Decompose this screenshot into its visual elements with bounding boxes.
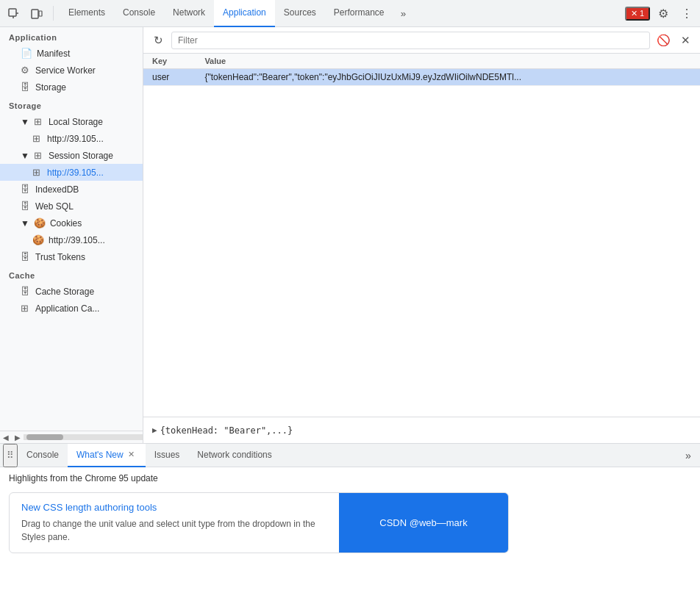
json-preview-text: {tokenHead: "Bearer",...} bbox=[160, 425, 293, 436]
sidebar-item-trust-tokens-label: Trust Tokens bbox=[35, 252, 85, 262]
bottom-tab-issues[interactable]: Issues bbox=[146, 444, 189, 467]
sidebar-item-local-storage[interactable]: ▼ ⊞ Local Storage bbox=[0, 113, 143, 130]
tab-console[interactable]: Console bbox=[114, 0, 164, 27]
device-toolbar-btn[interactable] bbox=[26, 3, 47, 24]
hscroll-arrows: ◀ ▶ bbox=[0, 431, 24, 443]
highlights-text: Highlights from the Chrome 95 update bbox=[9, 473, 691, 483]
bottom-panel-overflow-btn[interactable]: » bbox=[679, 447, 697, 464]
tab-network[interactable]: Network bbox=[164, 0, 214, 27]
tab-application[interactable]: Application bbox=[214, 0, 275, 27]
data-table-container: Key Value user{"tokenHead":"Bearer","tok… bbox=[143, 54, 700, 417]
news-card: New CSS length authoring tools Drag to c… bbox=[9, 492, 509, 553]
bottom-tab-whats-new[interactable]: What's New ✕ bbox=[68, 444, 146, 467]
sidebar-item-indexeddb[interactable]: 🗄 IndexedDB bbox=[0, 181, 143, 198]
data-table: Key Value user{"tokenHead":"Bearer","tok… bbox=[143, 54, 700, 86]
inspect-element-btn[interactable] bbox=[3, 3, 24, 24]
sidebar: Application 📄 Manifest ⚙ Service Worker … bbox=[0, 27, 143, 443]
sidebar-item-manifest-label: Manifest bbox=[37, 48, 70, 59]
devtools-window: Elements Console Network Application Sou… bbox=[0, 0, 700, 590]
sidebar-item-session-storage[interactable]: ▼ ⊞ Session Storage bbox=[0, 147, 143, 164]
sidebar-item-application-cache-label: Application Ca... bbox=[35, 303, 99, 314]
sidebar-item-cookies-child[interactable]: 🍪 http://39.105... bbox=[0, 231, 143, 248]
col-value-header: Value bbox=[196, 54, 700, 69]
table-header-row: Key Value bbox=[143, 54, 700, 69]
tab-bar-left-controls bbox=[3, 3, 57, 24]
session-storage-expand-icon: ▼ bbox=[21, 151, 29, 161]
bottom-tab-issues-label: Issues bbox=[154, 450, 180, 460]
hscroll-left-btn[interactable]: ◀ bbox=[0, 431, 12, 443]
svg-rect-4 bbox=[39, 11, 42, 16]
sidebar-item-cache-storage[interactable]: 🗄 Cache Storage bbox=[0, 283, 143, 300]
tab-performance[interactable]: Performance bbox=[325, 0, 393, 27]
json-toggle[interactable]: ▶ bbox=[152, 425, 157, 435]
tab-separator bbox=[53, 6, 54, 21]
json-preview: ▶ {tokenHead: "Bearer",...} bbox=[143, 417, 700, 443]
tab-elements[interactable]: Elements bbox=[60, 0, 114, 27]
application-cache-icon: ⊞ bbox=[21, 303, 31, 314]
col-key-header: Key bbox=[143, 54, 196, 69]
news-card-content: New CSS length authoring tools Drag to c… bbox=[10, 493, 339, 553]
bottom-tab-network-conditions[interactable]: Network conditions bbox=[188, 444, 280, 467]
sidebar-item-storage-label: Storage bbox=[35, 82, 66, 93]
sidebar-item-session-storage-child-label: http://39.105... bbox=[47, 168, 104, 178]
sidebar-item-cache-storage-label: Cache Storage bbox=[35, 287, 94, 297]
sidebar-item-local-storage-child[interactable]: ⊞ http://39.105... bbox=[0, 130, 143, 147]
table-body: user{"tokenHead":"Bearer","token":"eyJhb… bbox=[143, 69, 700, 86]
close-btn[interactable]: ✕ bbox=[676, 32, 694, 49]
sidebar-item-application-cache[interactable]: ⊞ Application Ca... bbox=[0, 300, 143, 317]
sidebar-item-session-storage-child[interactable]: ⊞ http://39.105... bbox=[0, 164, 143, 181]
tab-overflow-btn[interactable]: » bbox=[393, 3, 414, 24]
filter-input[interactable] bbox=[171, 32, 650, 49]
error-count: 1 bbox=[640, 9, 644, 18]
news-card-image: CSDN @web—mark bbox=[339, 493, 508, 553]
storage-icon: 🗄 bbox=[21, 82, 31, 93]
service-worker-icon: ⚙ bbox=[21, 65, 31, 76]
main-tabs: Elements Console Network Application Sou… bbox=[60, 0, 625, 27]
bottom-tab-network-conditions-label: Network conditions bbox=[197, 450, 271, 460]
table-row[interactable]: user{"tokenHead":"Bearer","token":"eyJhb… bbox=[143, 69, 700, 86]
local-storage-expand-icon: ▼ bbox=[21, 117, 29, 127]
bottom-tab-console-label: Console bbox=[26, 450, 59, 460]
sidebar-item-websql-label: Web SQL bbox=[35, 201, 74, 212]
settings-btn[interactable]: ⚙ bbox=[653, 3, 674, 24]
hscroll-thumb bbox=[26, 434, 63, 440]
bottom-tab-whats-new-close[interactable]: ✕ bbox=[126, 450, 137, 460]
news-card-title[interactable]: New CSS length authoring tools bbox=[21, 502, 327, 513]
bottom-tab-whats-new-label: What's New bbox=[76, 450, 124, 460]
sidebar-item-storage[interactable]: 🗄 Storage bbox=[0, 79, 143, 96]
tab-bar-right-controls: ✕ 1 ⚙ ⋮ bbox=[625, 3, 697, 24]
cookies-icon: 🍪 bbox=[34, 217, 46, 229]
tab-sources[interactable]: Sources bbox=[275, 0, 325, 27]
sidebar-item-indexeddb-label: IndexedDB bbox=[35, 184, 79, 195]
bottom-tab-console[interactable]: Console bbox=[18, 444, 68, 467]
hscroll-bar[interactable] bbox=[24, 434, 143, 440]
websql-icon: 🗄 bbox=[21, 201, 31, 212]
sidebar-item-session-storage-label: Session Storage bbox=[49, 151, 113, 161]
sidebar-item-manifest[interactable]: 📄 Manifest bbox=[0, 45, 143, 62]
sidebar-item-cookies-child-label: http://39.105... bbox=[49, 235, 105, 245]
sidebar-item-websql[interactable]: 🗄 Web SQL bbox=[0, 198, 143, 215]
svg-rect-3 bbox=[32, 10, 38, 18]
cookies-expand-icon: ▼ bbox=[21, 218, 29, 229]
more-options-btn[interactable]: ⋮ bbox=[676, 3, 697, 24]
clear-btn[interactable]: 🚫 bbox=[654, 32, 672, 49]
sidebar-item-service-worker[interactable]: ⚙ Service Worker bbox=[0, 62, 143, 79]
bottom-panel-drag-btn[interactable]: ⠿ bbox=[3, 444, 18, 467]
session-storage-child-icon: ⊞ bbox=[32, 167, 43, 178]
error-icon: ✕ bbox=[631, 9, 638, 18]
refresh-btn[interactable]: ↻ bbox=[149, 32, 167, 49]
sidebar-hscroll: ◀ ▶ bbox=[0, 431, 143, 443]
sidebar-cache-label: Cache bbox=[0, 265, 143, 283]
hscroll-right-btn[interactable]: ▶ bbox=[12, 431, 24, 443]
manifest-icon: 📄 bbox=[21, 48, 32, 59]
content-panel: ↻ 🚫 ✕ Key Value user{"tokenHead":"Bearer… bbox=[143, 27, 700, 443]
local-storage-icon: ⊞ bbox=[34, 116, 44, 127]
bottom-panel-content: Highlights from the Chrome 95 update New… bbox=[0, 467, 700, 590]
cookies-child-icon: 🍪 bbox=[32, 234, 44, 245]
table-cell-value: {"tokenHead":"Bearer","token":"eyJhbGciO… bbox=[196, 69, 700, 86]
error-badge[interactable]: ✕ 1 bbox=[625, 7, 650, 21]
local-storage-child-icon: ⊞ bbox=[32, 133, 43, 144]
sidebar-item-trust-tokens[interactable]: 🗄 Trust Tokens bbox=[0, 248, 143, 265]
bottom-tab-bar: ⠿ Console What's New ✕ Issues Network co… bbox=[0, 444, 700, 467]
sidebar-item-cookies[interactable]: ▼ 🍪 Cookies bbox=[0, 215, 143, 231]
